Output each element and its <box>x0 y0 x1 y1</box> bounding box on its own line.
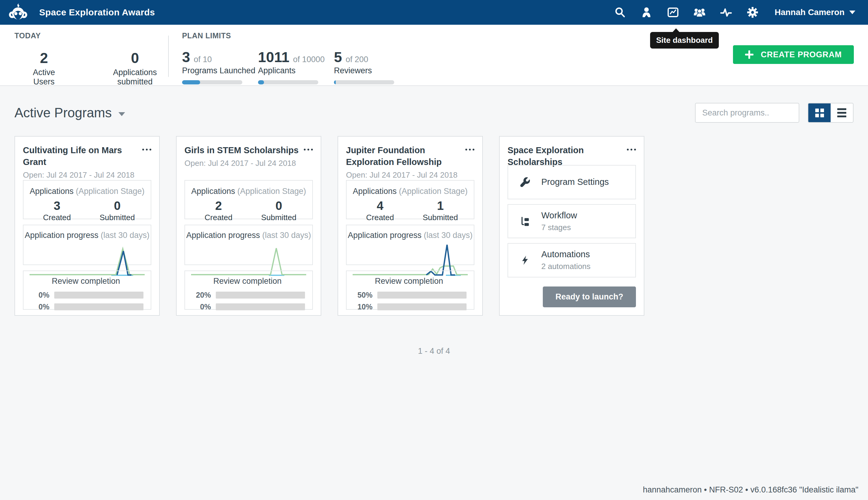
tooltip-arrow-icon <box>672 29 680 32</box>
program-title[interactable]: Cultivating Life on Mars Grant <box>23 145 142 168</box>
applicants-label: Applicants <box>258 66 318 76</box>
program-title[interactable]: Jupiter Foundation Exploration Fellowshi… <box>346 145 465 168</box>
review-row: 0% <box>28 291 143 299</box>
chevron-down-icon <box>849 11 855 14</box>
program-card[interactable]: Girls in STEM Scholarships Open: Jul 24 … <box>176 136 321 316</box>
review-percent-label: 0% <box>28 303 49 311</box>
view-toggle <box>808 103 854 123</box>
applications-box: Applications (Application Stage) 3Create… <box>23 180 151 219</box>
submitted-value: 0 <box>258 199 300 212</box>
page-title: Active Programs <box>14 105 112 120</box>
program-open-dates: Open: Jul 24 2017 - Jul 24 2018 <box>346 170 474 180</box>
application-progress-box: Application progress (last 30 days) <box>346 225 474 265</box>
applications-subtitle: (Application Stage) <box>399 187 467 196</box>
applicants-value: 1011 <box>258 50 289 65</box>
programs-launched-bar <box>182 80 242 84</box>
created-value: 3 <box>36 199 78 212</box>
program-card[interactable]: Jupiter Foundation Exploration Fellowshi… <box>338 136 483 316</box>
plus-icon <box>745 50 753 59</box>
applications-title: Applications <box>191 187 235 196</box>
reviewers-of: of 200 <box>346 55 368 64</box>
create-program-label: CREATE PROGRAM <box>761 50 842 59</box>
review-bar <box>377 292 466 298</box>
user-menu[interactable]: Hannah Cameron <box>775 8 855 17</box>
progress-title: Application progress <box>348 231 421 240</box>
active-users-value: 2 <box>25 50 63 66</box>
application-progress-box: Application progress (last 30 days) <box>184 225 313 265</box>
review-row: 10% <box>351 303 466 311</box>
plan-limit-applicants: 1011 of 10000 Applicants <box>258 50 318 84</box>
created-value: 2 <box>197 199 240 212</box>
submitted-label: Submitted <box>258 213 300 222</box>
review-title: Review completion <box>351 276 466 286</box>
reports-icon[interactable] <box>667 6 679 19</box>
site-title: Space Exploration Awards <box>39 7 155 18</box>
search-input[interactable] <box>702 108 809 117</box>
ready-to-launch-button[interactable]: Ready to launch? <box>543 286 636 307</box>
automation-icon <box>518 254 532 267</box>
workflow-item[interactable]: Workflow 7 stages <box>508 204 636 239</box>
reviewers-bar <box>334 80 394 84</box>
automations-label: Automations <box>541 249 590 259</box>
create-program-button[interactable]: CREATE PROGRAM <box>733 45 854 64</box>
programs-launched-of: of 10 <box>194 55 212 64</box>
program-open-dates: Open: Jul 24 2017 - Jul 24 2018 <box>23 170 151 180</box>
list-view-button[interactable] <box>831 103 853 122</box>
application-progress-box: Application progress (last 30 days) <box>23 225 151 265</box>
chevron-down-icon <box>118 112 125 116</box>
program-title[interactable]: Space Exploration Scholarships <box>508 145 627 168</box>
review-completion-box: Review completion 50% 10% <box>346 271 474 310</box>
reviewers-label: Reviewers <box>334 66 394 76</box>
automations-item[interactable]: Automations 2 automations <box>508 243 636 277</box>
program-settings-item[interactable]: Program Settings <box>508 165 636 199</box>
search-icon[interactable] <box>614 6 626 19</box>
review-percent-label: 0% <box>190 303 211 311</box>
settings-icon[interactable] <box>746 6 759 19</box>
card-menu-icon[interactable] <box>465 149 474 150</box>
review-completion-box: Review completion 0% 0% <box>23 271 151 310</box>
active-users-stat: 2 Active Users <box>25 50 63 87</box>
applications-subtitle: (Application Stage) <box>76 187 144 196</box>
submitted-label: Submitted <box>96 213 138 222</box>
site-dashboard-icon[interactable] <box>640 6 653 19</box>
plan-limit-programs: 3 of 10 Programs Launched <box>182 50 242 84</box>
tooltip-text: Site dashboard <box>656 36 713 45</box>
review-title: Review completion <box>190 276 305 286</box>
list-icon <box>837 108 846 117</box>
progress-subtitle: (last 30 days) <box>424 231 473 240</box>
submitted-value: 0 <box>96 199 138 212</box>
activity-icon[interactable] <box>720 6 732 19</box>
submitted-value: 1 <box>419 199 461 212</box>
card-menu-icon[interactable] <box>142 149 151 150</box>
applicants-bar-fill <box>258 80 264 84</box>
applications-box: Applications (Application Stage) 2Create… <box>184 180 313 219</box>
program-card[interactable]: Cultivating Life on Mars Grant Open: Jul… <box>14 136 160 316</box>
progress-title: Application progress <box>186 231 260 240</box>
wrench-icon <box>518 175 532 189</box>
review-bar <box>216 303 305 310</box>
workflow-sublabel: 7 stages <box>541 223 577 232</box>
site-dashboard-tooltip: Site dashboard <box>650 32 719 48</box>
created-value: 4 <box>359 199 401 212</box>
program-search <box>695 103 799 123</box>
card-menu-icon[interactable] <box>304 149 313 150</box>
users-icon[interactable] <box>693 6 706 19</box>
reviewers-value: 5 <box>334 50 342 65</box>
review-percent-label: 10% <box>351 303 372 311</box>
active-programs-dropdown[interactable]: Active Programs <box>14 105 125 120</box>
reviewers-bar-fill <box>334 80 336 84</box>
program-card-draft[interactable]: Space Exploration Scholarships Program S… <box>499 136 644 316</box>
card-menu-icon[interactable] <box>627 149 636 150</box>
surveymonkey-logo-icon[interactable] <box>9 3 28 22</box>
progress-subtitle: (last 30 days) <box>262 231 311 240</box>
program-title[interactable]: Girls in STEM Scholarships <box>184 145 303 156</box>
applications-title: Applications <box>30 187 73 196</box>
top-navbar: Space Exploration Awards <box>0 0 868 25</box>
programs-launched-value: 3 <box>182 50 190 65</box>
grid-view-button[interactable] <box>808 103 831 122</box>
programs-launched-bar-fill <box>182 80 200 84</box>
review-row: 0% <box>28 303 143 311</box>
applications-submitted-label: Applications submitted <box>102 68 168 87</box>
applications-subtitle: (Application Stage) <box>237 187 306 196</box>
workflow-label: Workflow <box>541 211 577 220</box>
